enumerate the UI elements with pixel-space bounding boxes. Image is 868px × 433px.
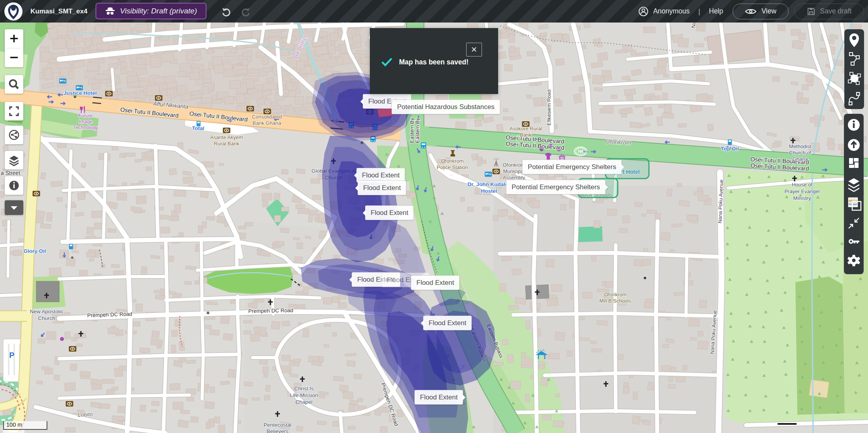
svg-text:Ministry: Ministry bbox=[793, 195, 811, 201]
svg-text:Oforikrom: Oforikrom bbox=[604, 292, 626, 297]
svg-text:Rural Bank: Rural Bank bbox=[214, 141, 240, 147]
svg-text:Bank: Bank bbox=[520, 132, 532, 138]
svg-text:Ghana: Ghana bbox=[792, 156, 808, 162]
svg-text:Asante Akyem: Asante Akyem bbox=[210, 134, 243, 140]
svg-text:Efikesiem Road: Efikesiem Road bbox=[546, 89, 552, 125]
svg-text:MA B Schools: MA B Schools bbox=[600, 298, 632, 304]
svg-text:House of: House of bbox=[792, 182, 812, 188]
svg-text:Technology: Technology bbox=[73, 125, 98, 130]
svg-text:Hostel: Hostel bbox=[481, 188, 497, 194]
svg-text:N6: N6 bbox=[578, 149, 583, 154]
svg-text:Municipal: Municipal bbox=[503, 168, 525, 174]
svg-text:Oforikrom: Oforikrom bbox=[605, 138, 632, 146]
svg-text:Total: Total bbox=[192, 125, 204, 131]
svg-text:Prayer Evangel: Prayer Evangel bbox=[785, 188, 820, 194]
svg-text:Believers: Believers bbox=[266, 428, 289, 433]
svg-text:Asokore Rural: Asokore Rural bbox=[510, 126, 542, 132]
svg-text:Justice Hotel: Justice Hotel bbox=[64, 90, 97, 96]
svg-text:a Street: a Street bbox=[1, 170, 20, 176]
svg-text:Church: Church bbox=[38, 315, 55, 321]
svg-text:Church of: Church of bbox=[789, 150, 812, 156]
svg-text:New Apostolic: New Apostolic bbox=[30, 309, 64, 314]
svg-text:Oforikrom: Oforikrom bbox=[441, 158, 463, 164]
svg-text:Lobito: Lobito bbox=[77, 411, 93, 418]
svg-text:Christ Is: Christ Is bbox=[294, 386, 314, 392]
svg-text:Pentecostal: Pentecostal bbox=[264, 422, 292, 428]
svg-text:Eastern By: Eastern By bbox=[409, 118, 415, 143]
svg-text:Dr. John Kudalor: Dr. John Kudalor bbox=[468, 181, 511, 187]
svg-text:Prempeh DC Road: Prempeh DC Road bbox=[248, 307, 293, 314]
svg-text:Chapel: Chapel bbox=[296, 399, 313, 405]
svg-text:P: P bbox=[9, 351, 14, 360]
svg-text:Methodist: Methodist bbox=[789, 143, 812, 149]
svg-text:Future: Future bbox=[79, 113, 93, 119]
svg-text:Image: Image bbox=[79, 119, 93, 124]
svg-text:Life Mission: Life Mission bbox=[290, 392, 318, 398]
svg-text:Oforikrom: Oforikrom bbox=[502, 162, 525, 168]
svg-text:Consolidated: Consolidated bbox=[252, 114, 282, 120]
svg-text:Glory Oil: Glory Oil bbox=[23, 248, 46, 254]
svg-text:Top Oil: Top Oil bbox=[721, 146, 739, 152]
svg-text:Police Station: Police Station bbox=[437, 164, 468, 170]
svg-text:Bank Ghana: Bank Ghana bbox=[253, 120, 281, 126]
svg-text:Eastern By: Eastern By bbox=[414, 118, 420, 143]
